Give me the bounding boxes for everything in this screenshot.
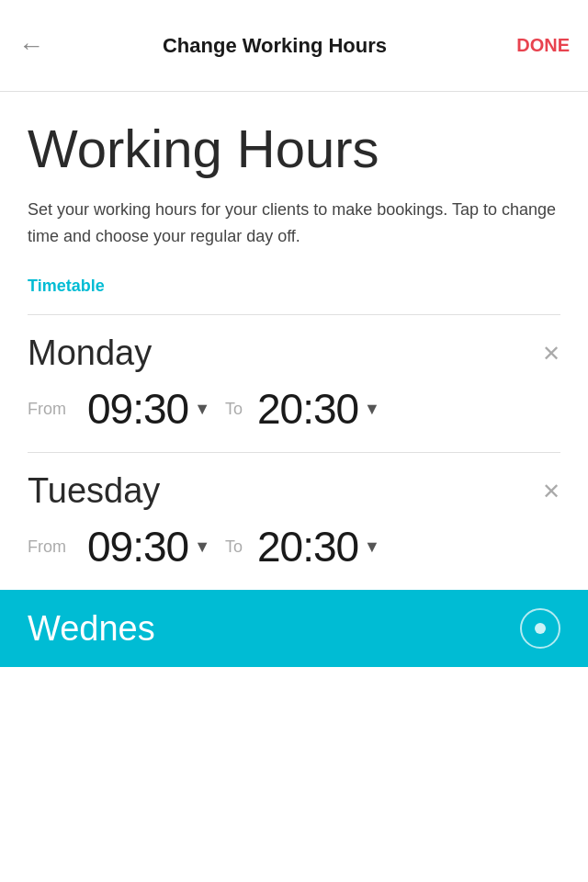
working-hours-title: Working Hours (28, 119, 560, 178)
header: ← Change Working Hours DONE (0, 0, 588, 92)
tuesday-to-time: 20:30 (257, 522, 358, 571)
tuesday-time-row: From 09:30 ▼ To 20:30 ▼ (28, 522, 560, 571)
monday-block: Monday ✕ From 09:30 ▼ To 20:30 ▼ (28, 314, 560, 452)
tuesday-to-picker[interactable]: 20:30 ▼ (257, 522, 380, 571)
wednesday-toggle-icon (535, 623, 546, 634)
monday-to-arrow-icon: ▼ (364, 400, 380, 419)
tuesday-from-picker[interactable]: 09:30 ▼ (87, 522, 210, 571)
monday-label: Monday (28, 334, 152, 373)
content-area: Working Hours Set your working hours for… (0, 92, 588, 590)
monday-to-time: 20:30 (257, 384, 358, 434)
timetable-label: Timetable (28, 277, 560, 296)
tuesday-from-time: 09:30 (87, 522, 188, 571)
tuesday-to-label: To (225, 537, 243, 557)
monday-from-time: 09:30 (87, 384, 188, 434)
tuesday-block: Tuesday ✕ From 09:30 ▼ To 20:30 ▼ (28, 452, 560, 590)
back-icon: ← (18, 31, 44, 61)
done-button[interactable]: DONE (505, 35, 570, 56)
monday-header: Monday ✕ (28, 334, 560, 373)
wednesday-block: Wednesday (0, 590, 588, 667)
tuesday-to-arrow-icon: ▼ (364, 537, 380, 557)
tuesday-from-arrow-icon: ▼ (194, 537, 210, 557)
back-button[interactable]: ← (18, 31, 44, 61)
tuesday-from-label: From (28, 537, 78, 557)
monday-from-label: From (28, 400, 78, 419)
tuesday-close-button[interactable]: ✕ (542, 481, 560, 503)
page-description: Set your working hours for your clients … (28, 197, 560, 250)
tuesday-header: Tuesday ✕ (28, 471, 560, 511)
monday-from-arrow-icon: ▼ (194, 400, 210, 419)
monday-from-picker[interactable]: 09:30 ▼ (87, 384, 210, 434)
monday-to-label: To (225, 400, 243, 419)
monday-close-button[interactable]: ✕ (542, 343, 560, 365)
wednesday-label: Wednesday (28, 609, 211, 649)
page-title-header: Change Working Hours (44, 34, 505, 58)
monday-to-picker[interactable]: 20:30 ▼ (257, 384, 380, 434)
wednesday-toggle-button[interactable] (520, 608, 560, 649)
tuesday-label: Tuesday (28, 471, 160, 511)
monday-time-row: From 09:30 ▼ To 20:30 ▼ (28, 384, 560, 434)
